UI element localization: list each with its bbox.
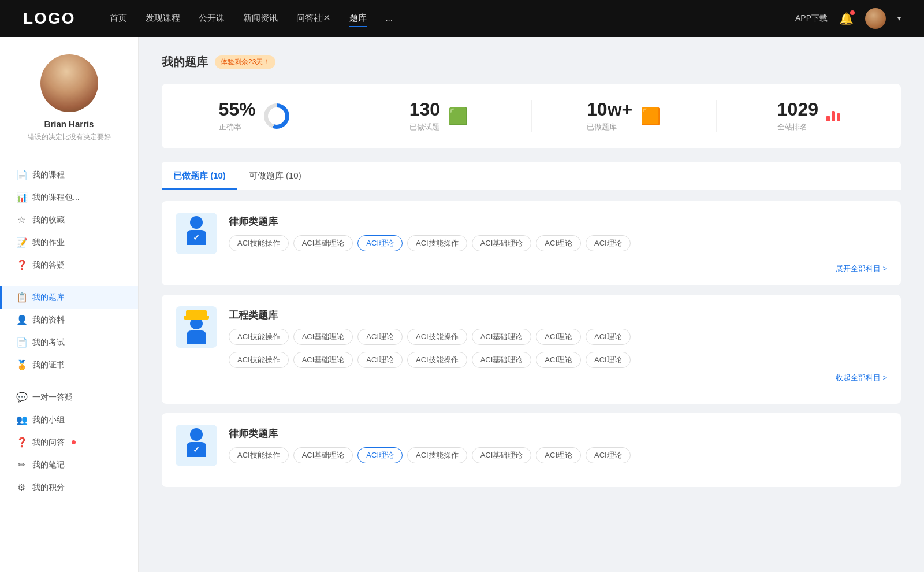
group-icon: 👥 [16,414,27,425]
tag-5[interactable]: ACI理论 [536,235,581,251]
page-wrapper: Brian Harris 错误的决定比没有决定要好 📄 我的课程 📊 我的课程包… [0,37,924,572]
tag-e-13[interactable]: ACI理论 [586,352,631,368]
sidebar-item-label: 我的课程 [32,170,65,180]
tag-e-2[interactable]: ACI理论 [357,329,403,345]
qbank-card-1-icon: ✓ [176,213,217,254]
sidebar-item-group[interactable]: 👥 我的小组 [0,408,138,431]
favorites-icon: ☆ [16,214,27,225]
sidebar-item-label: 我的课程包... [32,192,80,203]
sidebar-item-label: 我的问答 [32,437,65,448]
tab-available[interactable]: 可做题库 (10) [237,162,313,190]
tag-e-3[interactable]: ACI技能操作 [407,329,467,345]
engineer-icon-head [190,318,203,329]
nav-item-qbank[interactable]: 题库 [349,10,367,27]
stats-card: 55% 正确率 130 已做试题 🟩 10w+ 已做题库 🟧 [162,84,901,148]
qbank-card-2: 工程类题库 ACI技能操作 ACI基础理论 ACI理论 ACI技能操作 ACI基… [162,295,901,404]
tag-0[interactable]: ACI技能操作 [229,235,289,251]
notification-bell[interactable]: 🔔 [839,12,854,25]
tag-e-7[interactable]: ACI技能操作 [229,352,289,368]
nav-item-qa[interactable]: 问答社区 [296,10,331,27]
lawyer-check-icon: ✓ [193,233,200,242]
user-avatar[interactable] [865,8,886,29]
tag-e-0[interactable]: ACI技能操作 [229,329,289,345]
sidebar-item-notes[interactable]: ✏ 我的笔记 [0,454,138,476]
qbank-card-1-info: 律师类题库 ACI技能操作 ACI基础理论 ACI理论 ACI技能操作 ACI基… [229,213,631,251]
app-download-btn[interactable]: APP下载 [795,13,828,24]
qbank-card-2-tags-row1: ACI技能操作 ACI基础理论 ACI理论 ACI技能操作 ACI基础理论 AC… [229,329,887,345]
tab-bar: 已做题库 (10) 可做题库 (10) [162,162,901,190]
divider-2 [0,381,138,381]
trial-badge: 体验剩余23天！ [215,55,275,69]
sidebar-item-label: 我的题库 [32,292,65,303]
chevron-down-icon[interactable]: ▾ [897,14,901,23]
tag-e-10[interactable]: ACI技能操作 [407,352,467,368]
profile-avatar-img [40,54,98,112]
tag-3[interactable]: ACI技能操作 [407,235,467,251]
sidebar-item-my-qa[interactable]: ❓ 我的问答 [0,431,138,454]
sidebar-item-1on1[interactable]: 💬 一对一答疑 [0,386,138,408]
bar-2 [832,111,835,121]
tag-e-12[interactable]: ACI理论 [536,352,581,368]
stat-banks-done: 10w+ 已做题库 🟧 [532,100,717,132]
sidebar-item-qbank[interactable]: 📋 我的题库 [0,286,138,309]
profile-name: Brian Harris [44,119,94,129]
qbank-card-2-collapse[interactable]: 收起全部科目 > [229,373,887,383]
tag-e-11[interactable]: ACI基础理论 [472,352,532,368]
tab-done[interactable]: 已做题库 (10) [162,162,237,190]
logo[interactable]: LOGO [23,9,75,28]
certificate-icon: 🏅 [16,359,27,370]
nav-item-open[interactable]: 公开课 [199,10,225,27]
sidebar-item-courses[interactable]: 📄 我的课程 [0,164,138,186]
navbar: LOGO 首页 发现课程 公开课 新闻资讯 问答社区 题库 ... APP下载 … [0,0,924,37]
tag-2-active[interactable]: ACI理论 [357,235,403,251]
tag-e-4[interactable]: ACI基础理论 [472,329,532,345]
sidebar-item-profile[interactable]: 👤 我的资料 [0,309,138,331]
lawyer-icon-head [190,216,203,229]
tag-e-8[interactable]: ACI基础理论 [293,352,353,368]
sidebar-item-certificate[interactable]: 🏅 我的证书 [0,354,138,376]
tag-e-1[interactable]: ACI基础理论 [293,329,353,345]
sidebar-item-label: 我的积分 [32,482,65,493]
tag-3-2-active[interactable]: ACI理论 [357,447,403,463]
qbank-card-2-info: 工程类题库 ACI技能操作 ACI基础理论 ACI理论 ACI技能操作 ACI基… [229,306,887,383]
stat-label-banks: 已做题库 [587,122,632,132]
qbank-card-2-tags-row2: ACI技能操作 ACI基础理论 ACI理论 ACI技能操作 ACI基础理论 AC… [229,352,887,368]
sidebar-item-questions[interactable]: ❓ 我的答疑 [0,254,138,276]
sidebar-item-homework[interactable]: 📝 我的作业 [0,231,138,254]
tag-3-0[interactable]: ACI技能操作 [229,447,289,463]
page-title: 我的题库 [162,54,208,70]
tag-1[interactable]: ACI基础理论 [293,235,353,251]
sidebar-item-points[interactable]: ⚙ 我的积分 [0,476,138,499]
ranking-bars-icon [826,111,840,121]
sidebar-item-course-package[interactable]: 📊 我的课程包... [0,186,138,209]
tag-e-6[interactable]: ACI理论 [586,329,631,345]
sidebar-item-label: 我的收藏 [32,215,65,225]
stat-label-questions: 已做试题 [409,122,440,132]
nav-item-news[interactable]: 新闻资讯 [243,10,278,27]
tag-6[interactable]: ACI理论 [586,235,631,251]
qbank-card-1-expand[interactable]: 展开全部科目 > [176,263,887,274]
questions-icon: ❓ [16,259,27,270]
nav-item-more[interactable]: ... [385,10,393,27]
nav-item-discover[interactable]: 发现课程 [146,10,180,27]
tag-3-4[interactable]: ACI基础理论 [472,447,532,463]
tag-3-5[interactable]: ACI理论 [536,447,581,463]
tag-4[interactable]: ACI基础理论 [472,235,532,251]
profile-icon: 👤 [16,314,27,325]
tag-3-6[interactable]: ACI理论 [586,447,631,463]
course-package-icon: 📊 [16,192,27,203]
stat-accuracy: 55% 正确率 [162,100,346,132]
nav-item-home[interactable]: 首页 [110,10,127,27]
tag-3-1[interactable]: ACI基础理论 [293,447,353,463]
sidebar-item-label: 我的小组 [32,415,65,425]
sidebar-item-favorites[interactable]: ☆ 我的收藏 [0,209,138,231]
tag-e-5[interactable]: ACI理论 [536,329,581,345]
qbank-card-2-title: 工程类题库 [229,306,887,322]
divider-1 [0,281,138,281]
stat-banks-text: 10w+ 已做题库 [587,100,632,132]
profile-avatar [40,54,98,112]
sidebar-item-exam[interactable]: 📄 我的考试 [0,331,138,354]
tag-3-3[interactable]: ACI技能操作 [407,447,467,463]
stat-value-ranking: 1029 [777,100,818,118]
tag-e-9[interactable]: ACI理论 [357,352,403,368]
